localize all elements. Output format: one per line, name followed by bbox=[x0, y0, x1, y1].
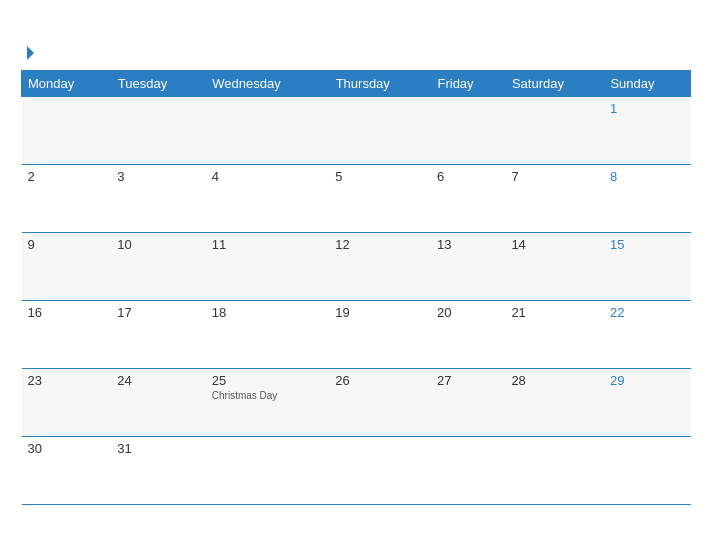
calendar-cell: 29 bbox=[604, 368, 691, 436]
day-number: 26 bbox=[335, 373, 425, 388]
calendar-cell: 30 bbox=[22, 436, 112, 504]
logo-triangle-icon bbox=[27, 46, 34, 60]
calendar-cell: 22 bbox=[604, 300, 691, 368]
calendar-cell: 24 bbox=[111, 368, 206, 436]
header-sunday: Sunday bbox=[604, 70, 691, 96]
calendar-cell: 14 bbox=[505, 232, 604, 300]
weekday-header-row: Monday Tuesday Wednesday Thursday Friday… bbox=[22, 70, 691, 96]
day-number: 8 bbox=[610, 169, 685, 184]
calendar-cell: 6 bbox=[431, 164, 505, 232]
calendar-cell bbox=[505, 96, 604, 164]
day-number: 31 bbox=[117, 441, 200, 456]
calendar-cell bbox=[206, 436, 329, 504]
calendar-cell bbox=[329, 436, 431, 504]
day-number: 6 bbox=[437, 169, 499, 184]
calendar-cell: 25Christmas Day bbox=[206, 368, 329, 436]
calendar-week-row: 1 bbox=[22, 96, 691, 164]
day-number: 21 bbox=[511, 305, 598, 320]
logo bbox=[25, 46, 34, 60]
day-number: 18 bbox=[212, 305, 323, 320]
header-friday: Friday bbox=[431, 70, 505, 96]
calendar-cell: 18 bbox=[206, 300, 329, 368]
day-number: 19 bbox=[335, 305, 425, 320]
calendar-cell: 4 bbox=[206, 164, 329, 232]
day-number: 28 bbox=[511, 373, 598, 388]
calendar-cell bbox=[329, 96, 431, 164]
day-number: 2 bbox=[28, 169, 106, 184]
day-number: 4 bbox=[212, 169, 323, 184]
calendar-cell: 16 bbox=[22, 300, 112, 368]
holiday-label: Christmas Day bbox=[212, 390, 323, 401]
day-number: 24 bbox=[117, 373, 200, 388]
calendar-cell: 13 bbox=[431, 232, 505, 300]
header-saturday: Saturday bbox=[505, 70, 604, 96]
day-number: 22 bbox=[610, 305, 685, 320]
calendar-cell bbox=[604, 436, 691, 504]
day-number: 5 bbox=[335, 169, 425, 184]
calendar-cell bbox=[111, 96, 206, 164]
calendar-header bbox=[21, 46, 691, 60]
header-thursday: Thursday bbox=[329, 70, 431, 96]
day-number: 15 bbox=[610, 237, 685, 252]
calendar-table: Monday Tuesday Wednesday Thursday Friday… bbox=[21, 70, 691, 505]
day-number: 29 bbox=[610, 373, 685, 388]
calendar-cell: 17 bbox=[111, 300, 206, 368]
calendar-week-row: 2345678 bbox=[22, 164, 691, 232]
calendar-cell: 27 bbox=[431, 368, 505, 436]
header-wednesday: Wednesday bbox=[206, 70, 329, 96]
day-number: 1 bbox=[610, 101, 685, 116]
calendar-cell bbox=[431, 96, 505, 164]
calendar-cell: 8 bbox=[604, 164, 691, 232]
calendar-cell: 2 bbox=[22, 164, 112, 232]
day-number: 27 bbox=[437, 373, 499, 388]
day-number: 20 bbox=[437, 305, 499, 320]
calendar-cell: 12 bbox=[329, 232, 431, 300]
calendar-cell: 7 bbox=[505, 164, 604, 232]
calendar-cell: 20 bbox=[431, 300, 505, 368]
calendar-cell: 5 bbox=[329, 164, 431, 232]
day-number: 25 bbox=[212, 373, 323, 388]
calendar-cell: 21 bbox=[505, 300, 604, 368]
calendar-cell: 19 bbox=[329, 300, 431, 368]
calendar-cell: 28 bbox=[505, 368, 604, 436]
calendar-cell: 1 bbox=[604, 96, 691, 164]
header-monday: Monday bbox=[22, 70, 112, 96]
day-number: 30 bbox=[28, 441, 106, 456]
calendar-cell: 3 bbox=[111, 164, 206, 232]
day-number: 10 bbox=[117, 237, 200, 252]
calendar-week-row: 232425Christmas Day26272829 bbox=[22, 368, 691, 436]
calendar-cell: 15 bbox=[604, 232, 691, 300]
day-number: 16 bbox=[28, 305, 106, 320]
day-number: 23 bbox=[28, 373, 106, 388]
day-number: 12 bbox=[335, 237, 425, 252]
calendar-cell: 10 bbox=[111, 232, 206, 300]
day-number: 14 bbox=[511, 237, 598, 252]
calendar-cell bbox=[22, 96, 112, 164]
day-number: 17 bbox=[117, 305, 200, 320]
calendar-cell: 23 bbox=[22, 368, 112, 436]
calendar-cell: 31 bbox=[111, 436, 206, 504]
day-number: 3 bbox=[117, 169, 200, 184]
calendar-cell: 11 bbox=[206, 232, 329, 300]
calendar-cell: 26 bbox=[329, 368, 431, 436]
calendar-cell bbox=[505, 436, 604, 504]
calendar-cell bbox=[206, 96, 329, 164]
header-tuesday: Tuesday bbox=[111, 70, 206, 96]
day-number: 11 bbox=[212, 237, 323, 252]
calendar-container: Monday Tuesday Wednesday Thursday Friday… bbox=[11, 36, 701, 515]
day-number: 13 bbox=[437, 237, 499, 252]
day-number: 9 bbox=[28, 237, 106, 252]
calendar-week-row: 9101112131415 bbox=[22, 232, 691, 300]
calendar-cell bbox=[431, 436, 505, 504]
calendar-cell: 9 bbox=[22, 232, 112, 300]
calendar-week-row: 3031 bbox=[22, 436, 691, 504]
calendar-week-row: 16171819202122 bbox=[22, 300, 691, 368]
day-number: 7 bbox=[511, 169, 598, 184]
